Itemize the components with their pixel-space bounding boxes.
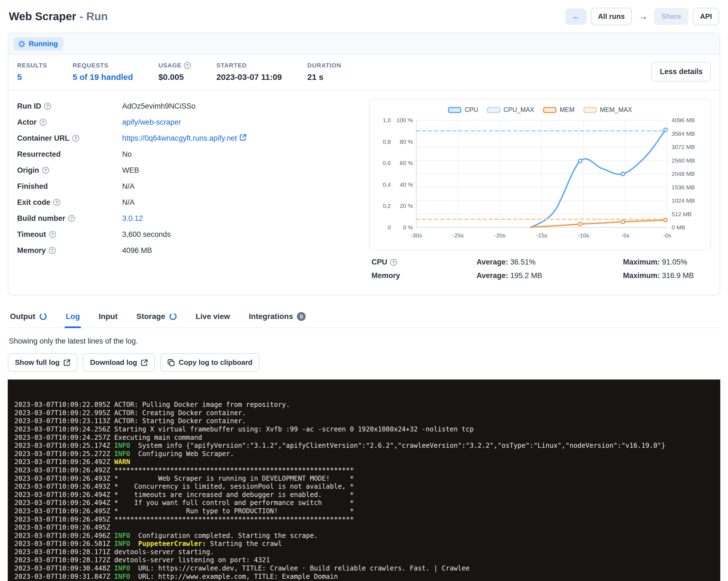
stat-duration: DURATION21 s: [307, 62, 341, 82]
detail-row-resurrected: ResurrectedNo: [17, 149, 356, 159]
detail-value: N/A: [122, 182, 135, 191]
run-tabs: OutputLogInputStorageLive viewIntegratio…: [8, 303, 720, 328]
svg-text:2560 MB: 2560 MB: [672, 157, 695, 164]
svg-text:1,0: 1,0: [383, 117, 391, 123]
svg-text:-15s: -15s: [536, 232, 548, 239]
help-icon[interactable]: ?: [68, 215, 75, 222]
stat-started: STARTED2023-03-07 11:09: [216, 62, 282, 82]
api-button[interactable]: API: [693, 8, 719, 25]
previous-run-button[interactable]: ←: [566, 8, 587, 25]
legend-label: MEM: [560, 106, 575, 114]
svg-text:0 %: 0 %: [403, 224, 413, 231]
log-line: 2023-03-07T10:09:31.847Z INFO URL: http:…: [15, 573, 720, 581]
tab-output[interactable]: Output: [9, 312, 48, 327]
help-icon[interactable]: ?: [49, 231, 56, 238]
log-line: 2023-03-07T10:09:26.495Z * Run type to P…: [15, 507, 720, 516]
svg-text:-30s: -30s: [411, 232, 422, 239]
tab-label: Storage: [136, 312, 165, 321]
tab-integrations[interactable]: Integrations0: [248, 312, 307, 327]
detail-row-build-number: Build number?3.0.12: [17, 213, 356, 223]
dataset-circle-icon: [39, 313, 47, 320]
svg-text:80 %: 80 %: [400, 138, 413, 145]
svg-text:0,8: 0,8: [383, 138, 391, 145]
stat-label: DURATION: [307, 62, 341, 69]
svg-text:0,4: 0,4: [383, 181, 391, 188]
detail-value-link[interactable]: https://0q64wnacgyft.runs.apify.net: [122, 134, 246, 142]
copy-log-button[interactable]: Copy log to clipboard: [160, 353, 260, 372]
memory-metrics-row: Memory Average: 195.2 MB Maximum: 316.9 …: [371, 271, 711, 280]
memory-average: Average: 195.2 MB: [476, 271, 623, 280]
log-line: 2023-03-07T10:09:26.493Z * Web Scraper i…: [15, 475, 720, 483]
log-line: 2023-03-07T10:09:26.581Z INFO PuppeteerC…: [15, 540, 720, 548]
detail-label: Exit code?: [17, 198, 122, 207]
help-icon[interactable]: ?: [49, 247, 56, 254]
detail-label: Memory?: [17, 246, 122, 255]
help-icon[interactable]: ?: [40, 118, 47, 126]
svg-text:0,2: 0,2: [383, 203, 391, 209]
help-icon[interactable]: ?: [390, 259, 397, 266]
svg-text:2048 MB: 2048 MB: [672, 170, 695, 177]
log-line: 2023-03-07T10:09:24.257Z Executing main …: [15, 434, 720, 442]
cpu-memory-chart: 1,00,80,60,40,20100 %80 %60 %40 %20 %0 %…: [374, 116, 701, 246]
detail-label: Actor?: [17, 118, 122, 127]
svg-text:3584 MB: 3584 MB: [672, 130, 695, 137]
detail-row-exit-code: Exit code?N/A: [17, 197, 356, 207]
page-title-run: - Run: [80, 10, 108, 22]
show-full-log-button[interactable]: Show full log: [8, 353, 77, 372]
tab-live-view[interactable]: Live view: [194, 312, 231, 327]
help-icon[interactable]: ?: [44, 103, 51, 110]
page-title: Web Scraper- Run: [9, 10, 108, 23]
log-line: 2023-03-07T10:09:30.448Z INFO URL: https…: [15, 564, 720, 573]
detail-label: Container URL?: [17, 134, 122, 142]
legend-label: CPU_MAX: [503, 106, 534, 114]
detail-row-container-url: Container URL?https://0q64wnacgyft.runs.…: [17, 133, 356, 143]
legend-label: MEM_MAX: [600, 106, 632, 114]
less-details-button[interactable]: Less details: [651, 62, 711, 82]
next-run-button[interactable]: →: [636, 10, 650, 23]
detail-label: Origin?: [17, 166, 122, 175]
help-icon[interactable]: ?: [72, 135, 79, 142]
tab-label: Live view: [196, 312, 230, 321]
detail-row-memory: Memory?4096 MB: [17, 245, 356, 256]
help-icon[interactable]: ?: [184, 62, 191, 69]
svg-text:1536 MB: 1536 MB: [672, 184, 695, 190]
log-line: 2023-03-07T10:09:26.492Z ***************…: [15, 466, 720, 475]
svg-text:512 MB: 512 MB: [672, 211, 692, 217]
stats-list: RESULTS5REQUESTS5 of 19 handledUSAGE?$0.…: [17, 62, 651, 82]
svg-text:0: 0: [388, 224, 391, 231]
stat-value[interactable]: 5 of 19 handled: [73, 73, 133, 82]
external-link-icon: [240, 134, 246, 142]
stat-value: 2023-03-07 11:09: [216, 73, 282, 82]
log-line: 2023-03-07T10:09:26.493Z * Concurrency i…: [15, 483, 720, 491]
svg-text:0 MB: 0 MB: [672, 224, 685, 231]
stat-value: $0.005: [158, 73, 191, 82]
log-terminal[interactable]: 2023-03-07T10:09:22.895Z ACTOR: Pulling …: [8, 379, 720, 581]
external-link-icon: [141, 359, 148, 366]
log-line: 2023-03-07T10:09:26.492Z WARN: [15, 458, 720, 466]
tab-log[interactable]: Log: [65, 312, 81, 327]
detail-value-link[interactable]: apify/web-scraper: [122, 118, 181, 127]
share-button[interactable]: Share: [654, 8, 688, 25]
stat-value[interactable]: 5: [17, 73, 47, 82]
help-icon[interactable]: ?: [53, 199, 60, 206]
tab-input[interactable]: Input: [98, 312, 119, 327]
help-icon[interactable]: ?: [42, 167, 49, 174]
run-details-list: Run ID?AdOz5evimh9NCiSSoActor?apify/web-…: [17, 99, 356, 285]
log-line: 2023-03-07T10:09:26.494Z * If you want f…: [15, 499, 720, 507]
all-runs-button[interactable]: All runs: [591, 8, 632, 25]
detail-label: Resurrected: [17, 150, 122, 159]
detail-row-finished: FinishedN/A: [17, 181, 356, 191]
detail-value: N/A: [122, 198, 135, 207]
svg-text:1024 MB: 1024 MB: [672, 197, 695, 204]
stat-usage: USAGE?$0.005: [158, 62, 191, 82]
download-log-button[interactable]: Download log: [83, 353, 155, 372]
svg-text:60 %: 60 %: [400, 160, 413, 166]
log-line: 2023-03-07T10:09:22.995Z ACTOR: Creating…: [15, 409, 720, 417]
svg-text:20 %: 20 %: [400, 203, 413, 209]
arrow-left-icon: ←: [572, 12, 580, 21]
stat-label: RESULTS: [17, 62, 47, 69]
detail-value: 3,600 seconds: [122, 230, 171, 239]
arrow-right-icon: →: [639, 11, 647, 21]
detail-value-link[interactable]: 3.0.12: [122, 214, 143, 223]
tab-storage[interactable]: Storage: [135, 312, 178, 327]
